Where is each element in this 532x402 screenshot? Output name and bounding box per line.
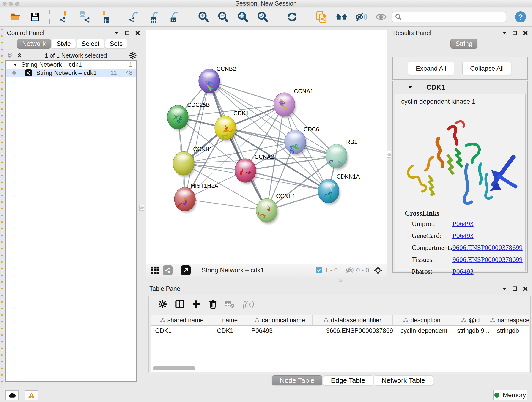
crosslink-uniprot-link[interactable]: P06493 xyxy=(452,220,474,228)
network-options-gear-icon[interactable] xyxy=(129,52,137,59)
network-edge[interactable] xyxy=(245,171,329,191)
gene-expander-icon[interactable] xyxy=(408,86,412,89)
search-input[interactable] xyxy=(404,13,500,21)
table-panel-close-icon[interactable] xyxy=(521,285,529,292)
tab-node-table[interactable]: Node Table xyxy=(272,375,322,385)
control-panel-menu-icon[interactable] xyxy=(113,30,120,36)
left-splitter-handle[interactable] xyxy=(139,205,144,211)
horizontal-scrollbar-thumb[interactable] xyxy=(153,366,196,370)
zoom-selected-button[interactable] xyxy=(256,11,268,23)
function-builder-icon[interactable]: f(x) xyxy=(243,299,254,309)
column-header-shared-name[interactable]: shared name xyxy=(151,315,213,325)
zoom-out-button[interactable] xyxy=(217,11,229,23)
column-header-database-identifier[interactable]: database identifier xyxy=(312,315,393,325)
network-edge[interactable] xyxy=(209,81,267,211)
column-header-namespace[interactable]: namespace xyxy=(490,315,529,325)
zoom-fit-button[interactable] xyxy=(236,11,249,23)
tab-sets[interactable]: Sets xyxy=(105,39,127,49)
network-node-RB1[interactable]: RB1 xyxy=(326,139,357,170)
network-node-CDK1[interactable]: CDK1 xyxy=(215,110,249,142)
export-image-button[interactable] xyxy=(167,11,180,23)
network-graph: CCNB2CCNA1CDC25BCDK1CDC6RB1CCNB1CCNA2CDK… xyxy=(146,30,387,264)
memory-button[interactable]: Memory xyxy=(493,390,527,400)
results-panel-close-icon[interactable] xyxy=(521,30,529,36)
control-panel-title: Control Panel xyxy=(7,30,44,37)
import-network-button[interactable] xyxy=(59,11,71,23)
network-share-badge-icon[interactable] xyxy=(163,265,172,275)
network-node-CDC6[interactable]: CDC6 xyxy=(285,126,319,156)
import-network-from-database-button[interactable] xyxy=(78,11,91,23)
control-panel-close-icon[interactable] xyxy=(134,30,142,36)
network-collection-row[interactable]: String Network – cdk1 1 xyxy=(6,61,136,69)
network-node-CDKN1A[interactable]: CDKN1A xyxy=(318,173,360,206)
tab-network-table[interactable]: Network Table xyxy=(374,375,433,385)
node-label: CCNB1 xyxy=(193,146,213,152)
gene-section-header[interactable]: CDK1 xyxy=(393,81,527,94)
delete-column-icon[interactable] xyxy=(209,300,217,309)
pan-crosshair-icon[interactable] xyxy=(374,266,382,274)
hidden-eye-slash-icon[interactable] xyxy=(346,267,354,274)
network-node-CCNA1[interactable]: CCNA1 xyxy=(274,88,313,118)
show-hidden-button[interactable] xyxy=(375,11,387,23)
show-columns-icon[interactable] xyxy=(175,300,184,308)
bottom-splitter-handle[interactable] xyxy=(339,279,342,282)
tab-edge-table[interactable]: Edge Table xyxy=(323,375,373,385)
hide-selected-button[interactable] xyxy=(355,11,367,23)
clone-network-button[interactable] xyxy=(316,11,328,23)
network-node-HIST1H1A[interactable]: HIST1H1A xyxy=(174,182,218,213)
export-table-button[interactable] xyxy=(147,11,160,23)
right-splitter-handle[interactable] xyxy=(387,151,391,158)
column-tree-icon xyxy=(490,318,495,323)
export-network-button[interactable] xyxy=(128,11,140,23)
tab-network[interactable]: Network xyxy=(17,39,51,49)
network-edge[interactable] xyxy=(185,199,267,211)
tab-select[interactable]: Select xyxy=(76,39,104,49)
control-panel-float-icon[interactable] xyxy=(123,30,131,36)
results-panel-float-icon[interactable] xyxy=(511,30,519,36)
add-column-icon[interactable] xyxy=(192,300,201,308)
save-session-button[interactable] xyxy=(29,11,41,23)
table-settings-gear-icon[interactable] xyxy=(158,300,167,308)
birds-eye-view-icon[interactable] xyxy=(181,265,191,275)
network-row[interactable]: String Network – cdk1 11 48 xyxy=(6,69,136,77)
grid-view-icon[interactable] xyxy=(151,266,159,274)
network-edge[interactable] xyxy=(185,81,209,199)
selected-checkbox-icon[interactable] xyxy=(316,267,322,274)
tab-string[interactable]: String xyxy=(450,39,477,49)
results-panel-menu-icon[interactable] xyxy=(500,30,508,36)
cloud-status-button[interactable] xyxy=(6,390,19,400)
first-neighbors-button[interactable] xyxy=(336,11,348,23)
zoom-in-button[interactable] xyxy=(197,11,209,23)
crosslink-tissues-link[interactable]: 9606.ENSP00000378699 xyxy=(452,255,523,263)
cytoscape-window: Session: New Session ? Control xyxy=(0,0,532,402)
collection-expander-icon[interactable] xyxy=(13,64,17,66)
network-canvas[interactable]: CCNB2CCNA1CDC25BCDK1CDC6RB1CCNB1CCNA2CDK… xyxy=(146,30,387,264)
open-session-button[interactable] xyxy=(9,11,22,23)
column-header-id[interactable]: @id xyxy=(451,315,490,325)
crosslink-pharos-link[interactable]: P06493 xyxy=(452,268,474,275)
refresh-view-button[interactable] xyxy=(286,11,298,23)
tab-style[interactable]: Style xyxy=(51,39,76,49)
collapse-all-networks-icon[interactable] xyxy=(7,52,13,58)
expand-all-button[interactable]: Expand All xyxy=(408,62,454,75)
network-node-CCNB2[interactable]: CCNB2 xyxy=(199,65,236,95)
collapse-all-button[interactable]: Collapse All xyxy=(462,62,511,75)
column-header-canonical-name[interactable]: canonical name xyxy=(247,315,312,325)
column-header-description[interactable]: description xyxy=(393,315,451,325)
global-search-field[interactable] xyxy=(392,12,506,22)
import-table-button[interactable] xyxy=(98,11,110,23)
delete-table-icon[interactable] xyxy=(225,300,234,308)
crosslink-genecard-link[interactable]: P06493 xyxy=(452,232,474,240)
column-header-name[interactable]: name xyxy=(213,315,247,325)
network-node-CDC25B[interactable]: CDC25B xyxy=(167,102,210,131)
help-button[interactable]: ? xyxy=(515,12,526,22)
network-edge-count: 48 xyxy=(126,70,133,77)
table-panel-float-icon[interactable] xyxy=(511,285,519,292)
toolbar-separator xyxy=(307,10,307,24)
warnings-button[interactable] xyxy=(25,390,38,400)
expand-all-networks-icon[interactable] xyxy=(17,52,22,58)
table-row[interactable]: CDK1 CDK1 P06493 9606.ENSP00000378699 cy… xyxy=(151,326,529,336)
table-panel-menu-icon[interactable] xyxy=(500,285,508,292)
network-node-CCNE1[interactable]: CCNE1 xyxy=(256,193,296,224)
crosslink-compartments-link[interactable]: 9606.ENSP00000378699 xyxy=(452,244,523,251)
